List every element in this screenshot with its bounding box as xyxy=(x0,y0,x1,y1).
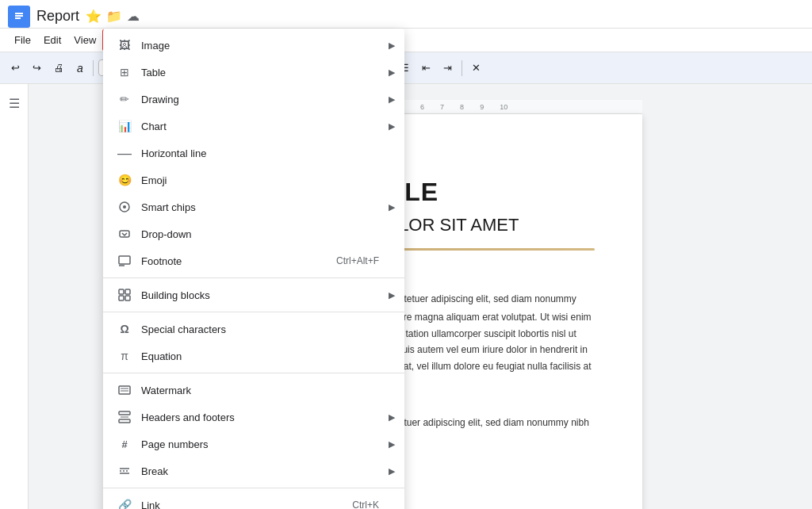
title-actions: ⭐ 📁 ☁ xyxy=(86,9,140,24)
app-icon xyxy=(8,6,30,28)
menu-edit[interactable]: Edit xyxy=(37,31,67,49)
menu-item-page-numbers[interactable]: # Page numbers xyxy=(103,431,404,457)
sep1 xyxy=(93,60,94,76)
svg-rect-9 xyxy=(119,289,124,294)
menu-item-special-characters[interactable]: Ω Special characters xyxy=(103,316,404,343)
star-icon[interactable]: ⭐ xyxy=(86,9,102,24)
svg-rect-13 xyxy=(119,386,130,394)
menu-item-emoji[interactable]: 😊 Emoji xyxy=(103,166,404,193)
menu-item-footnote[interactable]: Footnote Ctrl+Alt+F xyxy=(103,247,404,274)
break-icon xyxy=(116,462,133,480)
folder-icon[interactable]: 📁 xyxy=(106,9,122,24)
menu-item-footnote-label: Footnote xyxy=(141,255,182,267)
svg-rect-10 xyxy=(125,289,130,294)
separator-2 xyxy=(103,312,404,312)
special-characters-icon: Ω xyxy=(116,320,133,338)
insert-dropdown-menu: 🖼 Image ⊞ Table ✏ Drawing 📊 Chart — Hori… xyxy=(103,29,404,509)
sidebar-outline-icon[interactable]: ☰ xyxy=(3,92,25,114)
drawing-icon: ✏ xyxy=(116,90,133,108)
svg-rect-3 xyxy=(15,17,21,19)
menu-item-break-label: Break xyxy=(141,465,168,477)
ruler-mark: 7 xyxy=(440,103,444,111)
sep5 xyxy=(462,60,462,76)
redo-button[interactable]: ↪ xyxy=(28,59,46,76)
menu-item-watermark[interactable]: Watermark xyxy=(103,377,404,404)
menu-item-horizontal-line[interactable]: — Horizontal line xyxy=(103,140,404,166)
svg-rect-16 xyxy=(119,411,130,415)
menu-item-headers-footers-label: Headers and footers xyxy=(141,411,235,423)
link-icon: 🔗 xyxy=(116,496,133,509)
separator-1 xyxy=(103,277,404,278)
footnote-shortcut: Ctrl+Alt+F xyxy=(336,255,392,266)
ruler-mark: 6 xyxy=(420,103,424,111)
headers-footers-icon xyxy=(116,408,133,426)
cloud-icon[interactable]: ☁ xyxy=(127,9,140,24)
footnote-icon xyxy=(116,252,133,270)
smart-chips-icon xyxy=(116,198,133,216)
link-shortcut: Ctrl+K xyxy=(352,499,392,509)
separator-3 xyxy=(103,373,404,373)
menu-item-emoji-label: Emoji xyxy=(141,174,167,186)
spellcheck-button[interactable]: a xyxy=(72,59,88,77)
watermark-icon xyxy=(116,381,133,399)
menu-file[interactable]: File xyxy=(8,31,37,49)
menu-item-break[interactable]: Break xyxy=(103,457,404,484)
menu-item-drawing-label: Drawing xyxy=(141,94,179,105)
menu-item-drawing[interactable]: ✏ Drawing xyxy=(103,86,404,113)
title-bar: Report ⭐ 📁 ☁ xyxy=(0,0,812,29)
menu-item-building-blocks[interactable]: Building blocks xyxy=(103,281,404,308)
app-title: Report xyxy=(36,8,79,25)
building-blocks-icon xyxy=(116,286,133,304)
menu-view[interactable]: View xyxy=(67,31,102,49)
menu-item-chart[interactable]: 📊 Chart xyxy=(103,113,404,140)
sidebar: ☰ xyxy=(0,84,29,509)
menu-item-equation-label: Equation xyxy=(141,350,182,362)
menu-item-horizontal-line-label: Horizontal line xyxy=(141,147,206,159)
menu-item-page-numbers-label: Page numbers xyxy=(141,438,209,450)
menu-item-drop-down-label: Drop-down xyxy=(141,228,192,240)
svg-point-5 xyxy=(123,205,126,209)
clear-format-button[interactable]: ✕ xyxy=(467,59,485,76)
menu-item-headers-and-footers[interactable]: Headers and footers xyxy=(103,404,404,431)
menu-item-special-characters-label: Special characters xyxy=(141,323,226,335)
svg-rect-1 xyxy=(15,13,23,14)
image-icon: 🖼 xyxy=(116,36,133,54)
ruler-mark: 10 xyxy=(500,103,508,111)
menu-item-image[interactable]: 🖼 Image xyxy=(103,32,404,59)
ruler-mark: 9 xyxy=(480,103,484,111)
drop-down-icon xyxy=(116,225,133,243)
svg-rect-17 xyxy=(119,419,130,423)
svg-rect-11 xyxy=(119,296,124,300)
menu-item-image-label: Image xyxy=(141,40,170,52)
menu-item-building-blocks-label: Building blocks xyxy=(141,289,210,301)
page-numbers-icon: # xyxy=(116,435,133,453)
horizontal-line-icon: — xyxy=(116,144,133,162)
svg-rect-7 xyxy=(119,256,130,264)
svg-rect-2 xyxy=(15,15,23,17)
menu-item-smart-chips[interactable]: Smart chips xyxy=(103,193,404,220)
menu-item-smart-chips-label: Smart chips xyxy=(141,201,196,213)
menu-item-watermark-label: Watermark xyxy=(141,385,191,396)
menu-item-link-label: Link xyxy=(141,499,160,510)
menu-item-table[interactable]: ⊞ Table xyxy=(103,59,404,86)
equation-icon: π xyxy=(116,347,133,365)
menu-item-chart-label: Chart xyxy=(141,121,167,132)
menu-item-drop-down[interactable]: Drop-down xyxy=(103,220,404,247)
undo-button[interactable]: ↩ xyxy=(6,59,25,76)
print-button[interactable]: 🖨 xyxy=(49,59,69,76)
svg-rect-12 xyxy=(125,296,130,300)
indent-dec-button[interactable]: ⇤ xyxy=(417,59,435,76)
app-body: ☰ 🖼 Image ⊞ Table ✏ Drawing 📊 Chart — Ho… xyxy=(0,84,812,509)
menu-item-link[interactable]: 🔗 Link Ctrl+K xyxy=(103,492,404,509)
table-icon: ⊞ xyxy=(116,63,133,81)
indent-inc-button[interactable]: ⇥ xyxy=(439,59,457,76)
menu-item-table-label: Table xyxy=(141,67,166,78)
separator-4 xyxy=(103,488,404,488)
ruler-mark: 8 xyxy=(460,103,464,111)
menu-item-equation[interactable]: π Equation xyxy=(103,343,404,369)
chart-icon: 📊 xyxy=(116,117,133,135)
emoji-icon: 😊 xyxy=(116,171,133,189)
